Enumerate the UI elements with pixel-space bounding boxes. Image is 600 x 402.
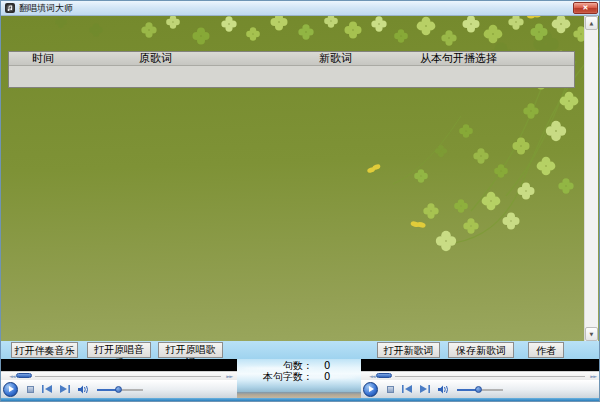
bottom-section: ◄◄ ►►: [1, 359, 600, 398]
right-next-button[interactable]: [420, 385, 430, 393]
left-player-seek-bar[interactable]: ◄◄ ►►: [1, 371, 237, 380]
close-button[interactable]: ✕: [573, 2, 598, 14]
lyrics-list-header: 时间 原歌词 新歌词 从本句开播选择: [9, 52, 574, 66]
line-chars-value: 0: [324, 372, 330, 382]
right-play-button[interactable]: [363, 382, 378, 397]
left-previous-button[interactable]: [42, 385, 52, 393]
column-header-new-lyric[interactable]: 新歌词: [319, 52, 352, 65]
right-volume-active: [457, 389, 477, 391]
line-chars-row: 本句字数： 0: [237, 372, 361, 382]
column-header-time[interactable]: 时间: [32, 52, 54, 65]
right-seek-back-icon: ◄◄: [369, 372, 375, 380]
right-previous-button[interactable]: [402, 385, 412, 393]
open-original-vocal-button[interactable]: 打开原唱音乐: [87, 342, 151, 358]
scroll-down-icon: ▼: [590, 331, 594, 337]
left-seek-thumb[interactable]: [16, 373, 32, 378]
app-window: 翻唱填词大师 ✕: [0, 0, 600, 402]
left-play-button[interactable]: [3, 382, 18, 397]
left-seek-back-icon: ◄◄: [9, 372, 15, 380]
window-title: 翻唱填词大师: [19, 1, 73, 15]
left-stop-button[interactable]: [27, 386, 34, 393]
app-icon-glyph: [6, 4, 14, 12]
scroll-down-button[interactable]: ▼: [585, 327, 598, 341]
sentence-count-value: 0: [324, 361, 330, 371]
right-player-controls: [361, 380, 600, 398]
open-accompaniment-button[interactable]: 打开伴奏音乐: [11, 342, 78, 358]
open-original-lyrics-button[interactable]: 打开原唱歌词: [158, 342, 223, 358]
right-volume-slider[interactable]: [457, 385, 503, 394]
right-seek-forward-icon: ►►: [590, 372, 596, 380]
left-volume-slider[interactable]: [97, 385, 143, 394]
right-player-seek-bar[interactable]: ◄◄ ►►: [361, 371, 600, 380]
right-stop-button[interactable]: [387, 386, 394, 393]
line-chars-label: 本句字数：: [237, 372, 313, 382]
save-new-lyrics-button[interactable]: 保存新歌词: [448, 342, 514, 358]
right-mute-button[interactable]: [438, 385, 450, 394]
app-icon: [5, 3, 15, 13]
open-new-lyrics-button[interactable]: 打开新歌词: [377, 342, 440, 358]
author-button[interactable]: 作者: [528, 342, 564, 358]
left-volume-thumb[interactable]: [115, 386, 122, 393]
right-seek-thumb[interactable]: [376, 373, 392, 378]
left-next-button[interactable]: [60, 385, 70, 393]
vertical-scrollbar[interactable]: ▲ ▼: [584, 16, 598, 341]
right-media-player: ◄◄ ►►: [361, 359, 600, 398]
right-volume-thumb[interactable]: [475, 386, 482, 393]
left-play-icon: [9, 386, 14, 392]
left-mute-button[interactable]: [78, 385, 90, 394]
scrollbar-track[interactable]: [585, 30, 598, 327]
sentence-count-row: 句数： 0: [237, 361, 361, 371]
column-header-original-lyric[interactable]: 原歌词: [139, 52, 172, 65]
left-seek-track: [35, 376, 221, 377]
toolbar: 打开伴奏音乐 打开原唱音乐 打开原唱歌词 打开新歌词 保存新歌词 作者: [1, 341, 600, 359]
window-bottom-border: [1, 398, 600, 402]
left-volume-active: [97, 389, 117, 391]
main-canvas: 时间 原歌词 新歌词 从本句开播选择 ▲ ▼: [1, 16, 600, 341]
title-bar[interactable]: 翻唱填词大师 ✕: [1, 1, 600, 16]
stats-panel: 句数： 0 本句字数： 0: [237, 359, 361, 398]
close-icon: ✕: [574, 3, 597, 13]
right-play-icon: [369, 386, 374, 392]
left-seek-forward-icon: ►►: [226, 372, 232, 380]
sentence-count-label: 句数：: [237, 361, 313, 371]
column-header-play-from-line[interactable]: 从本句开播选择: [420, 52, 497, 65]
scroll-up-icon: ▲: [590, 20, 594, 26]
lyrics-list-body[interactable]: [9, 66, 574, 87]
left-player-controls: [1, 380, 237, 398]
left-media-player: ◄◄ ►►: [1, 359, 237, 398]
scroll-up-button[interactable]: ▲: [585, 16, 598, 30]
right-player-video-area: [361, 359, 600, 371]
right-seek-track: [395, 376, 585, 377]
left-player-video-area: [1, 359, 237, 371]
lyrics-list[interactable]: 时间 原歌词 新歌词 从本句开播选择: [8, 51, 575, 88]
